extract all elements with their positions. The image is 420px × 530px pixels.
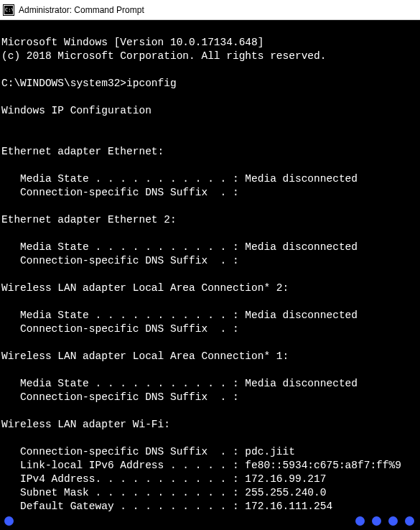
config-title: Windows IP Configuration [1,105,151,116]
title-bar[interactable]: C:\ Administrator: Command Prompt [0,0,420,20]
adapter-line: IPv4 Address. . . . . . . . . . . : 172.… [1,473,326,485]
adapter-line: Connection-specific DNS Suffix . : [1,187,239,198]
adapter-title: Ethernet adapter Ethernet: [1,146,164,157]
adapter-line: Media State . . . . . . . . . . . : Medi… [1,173,358,185]
adapter-title: Wireless LAN adapter Local Area Connecti… [1,282,289,294]
overlay-dot-icon [372,516,381,526]
overlay-dot-icon [355,516,365,526]
overlay-dots [355,516,414,526]
adapter-line: Media State . . . . . . . . . . . : Medi… [1,241,358,253]
adapter-line: Link-local IPv6 Address . . . . . : fe80… [1,460,401,471]
prompt-text: C:\WINDOWS\system32> [1,78,126,89]
adapter-line: Media State . . . . . . . . . . . : Medi… [1,378,358,389]
adapter-title: Wireless LAN adapter Wi-Fi: [1,419,170,430]
command-text: ipconfig [126,78,177,89]
os-version-line: Microsoft Windows [Version 10.0.17134.64… [1,37,263,48]
window-title: Administrator: Command Prompt [19,5,144,15]
terminal-output[interactable]: Microsoft Windows [Version 10.0.17134.64… [0,20,420,530]
copyright-line: (c) 2018 Microsoft Corporation. All righ… [1,50,326,62]
adapter-line: Default Gateway . . . . . . . . . : 172.… [1,501,332,512]
adapter-line: Connection-specific DNS Suffix . : [1,391,239,403]
adapter-title: Wireless LAN adapter Local Area Connecti… [1,350,289,362]
adapter-line: Media State . . . . . . . . . . . : Medi… [1,310,358,321]
adapter-line: Connection-specific DNS Suffix . : [1,255,239,266]
adapter-line: Connection-specific DNS Suffix . : pdc.j… [1,446,295,457]
overlay-dot-icon [4,516,14,526]
adapter-line: Connection-specific DNS Suffix . : [1,323,239,335]
overlay-dot-icon [405,516,414,526]
svg-text:C:\: C:\ [5,7,14,13]
overlay-dot-icon [388,516,398,526]
adapter-line: Subnet Mask . . . . . . . . . . . : 255.… [1,487,326,498]
adapter-title: Ethernet adapter Ethernet 2: [1,214,177,226]
cmd-icon: C:\ [3,4,14,16]
